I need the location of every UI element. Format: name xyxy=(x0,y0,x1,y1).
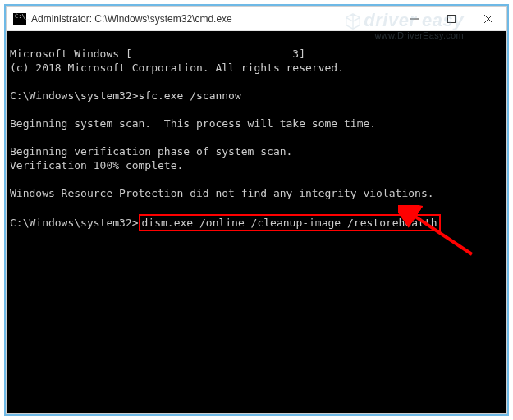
terminal-line: (c) 2018 Microsoft Corporation. All righ… xyxy=(10,62,344,74)
minimize-button[interactable] xyxy=(396,7,433,30)
prompt-path: C:\Windows\system32> xyxy=(10,89,139,102)
terminal-line: C:\Windows\system32>sfc.exe /scannow xyxy=(10,89,241,102)
window-controls xyxy=(396,7,506,30)
terminal-line: C:\Windows\system32>dism.exe /online /cl… xyxy=(10,217,441,229)
window-title: Administrator: C:\Windows\system32\cmd.e… xyxy=(31,13,396,25)
terminal-output[interactable]: Microsoft Windows [ 3] (c) 2018 Microsof… xyxy=(7,31,506,413)
maximize-button[interactable] xyxy=(433,7,469,30)
close-button[interactable] xyxy=(469,7,506,30)
terminal-line: Beginning system scan. This process will… xyxy=(10,117,376,130)
cmd-window: Administrator: C:\Windows\system32\cmd.e… xyxy=(6,6,507,414)
terminal-line: Beginning verification phase of system s… xyxy=(10,145,292,158)
prompt-path: C:\Windows\system32> xyxy=(10,217,139,229)
cmd-icon xyxy=(13,13,26,25)
terminal-line: Verification 100% complete. xyxy=(10,159,183,171)
svg-rect-1 xyxy=(447,15,455,22)
terminal-line: Windows Resource Protection did not find… xyxy=(10,187,434,199)
prompt-command: sfc.exe /scannow xyxy=(139,89,241,102)
titlebar: Administrator: C:\Windows\system32\cmd.e… xyxy=(7,7,506,31)
terminal-line: Microsoft Windows [ 3] xyxy=(10,48,305,60)
highlighted-command: dism.exe /online /cleanup-image /restore… xyxy=(139,214,441,231)
